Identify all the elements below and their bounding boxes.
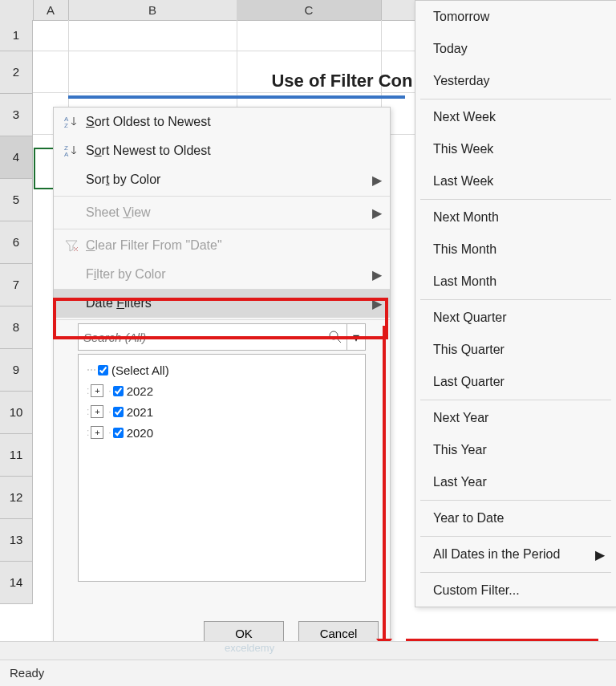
search-box[interactable]: ▾ [78, 323, 366, 351]
submenu-next-year[interactable]: Next Year [415, 402, 616, 434]
date-filters-submenu: Tomorrow Today Yesterday Next Week This … [415, 0, 616, 607]
filter-tree[interactable]: ⋯(Select All) :+·2022 :+·2021 :+·2020 [78, 354, 366, 582]
filter-dropdown-panel: AZ Sort Oldest to Newest ZA Sort Newest … [53, 107, 391, 654]
row-10[interactable]: 10 [0, 392, 33, 434]
row-7[interactable]: 7 [0, 264, 33, 306]
expand-icon[interactable]: + [91, 384, 103, 397]
sort-desc-icon: ZA [62, 144, 81, 158]
col-C[interactable]: C [237, 0, 382, 20]
submenu-custom-filter[interactable]: Custom Filter... [415, 574, 616, 607]
select-all-corner[interactable] [0, 0, 34, 20]
clear-filter: Clear Filter From "Date" [54, 231, 390, 260]
row-header-col: 1 2 3 4 5 6 7 8 9 10 11 12 13 14 [0, 20, 33, 604]
clear-filter-icon [62, 238, 81, 253]
svg-text:Z: Z [64, 122, 68, 129]
date-filters[interactable]: Date Filters ▶ [54, 289, 390, 318]
chevron-right-icon: ▶ [372, 173, 382, 188]
submenu-last-week[interactable]: Last Week [415, 165, 616, 197]
row-1[interactable]: 1 [0, 20, 33, 51]
date-filters-label: Date Filters [86, 296, 372, 311]
submenu-last-year[interactable]: Last Year [415, 466, 616, 498]
submenu-next-quarter[interactable]: Next Quarter [415, 302, 616, 334]
chevron-right-icon: ▶ [372, 205, 382, 221]
excel-grid: A B C 1 2 3 4 5 6 7 8 9 10 11 12 13 14 U… [0, 0, 616, 686]
expand-icon[interactable]: + [91, 405, 103, 418]
title-underline [68, 95, 405, 99]
tree-year-2021[interactable]: :+·2021 [85, 401, 359, 422]
row-2[interactable]: 2 [0, 51, 33, 94]
status-bar: Ready [0, 660, 616, 686]
year-label: 2022 [127, 384, 153, 398]
row-12[interactable]: 12 [0, 477, 33, 519]
row-13[interactable]: 13 [0, 519, 33, 562]
select-all-label: (Select All) [111, 363, 169, 377]
search-input[interactable] [79, 324, 324, 350]
col-A[interactable]: A [33, 0, 69, 20]
svg-text:A: A [64, 151, 69, 158]
submenu-next-month[interactable]: Next Month [415, 201, 616, 233]
search-dropdown-icon[interactable]: ▾ [346, 324, 365, 350]
row-14[interactable]: 14 [0, 562, 33, 604]
submenu-last-quarter[interactable]: Last Quarter [415, 366, 616, 398]
status-text: Ready [10, 666, 44, 680]
horizontal-scrollbar[interactable] [0, 641, 616, 660]
tree-year-2022[interactable]: :+·2022 [85, 380, 359, 401]
tree-select-all[interactable]: ⋯(Select All) [85, 359, 359, 380]
sort-oldest-label: Sort Oldest to Newest [86, 115, 382, 129]
submenu-this-week[interactable]: This Week [415, 133, 616, 165]
submenu-tomorrow[interactable]: Tomorrow [415, 1, 616, 33]
svg-point-4 [330, 331, 338, 339]
search-icon[interactable] [324, 324, 346, 350]
row-6[interactable]: 6 [0, 221, 33, 264]
sheet-view-label: Sheet View [86, 205, 372, 220]
chevron-right-icon: ▶ [595, 547, 605, 562]
submenu-this-month[interactable]: This Month [415, 233, 616, 266]
submenu-all-dates-period[interactable]: All Dates in the Period▶ [415, 538, 616, 570]
sort-color-label: Sort by Color [86, 173, 372, 187]
submenu-next-week[interactable]: Next Week [415, 101, 616, 133]
row-3[interactable]: 3 [0, 94, 33, 136]
row-5[interactable]: 5 [0, 179, 33, 221]
sort-newest-label: Sort Newest to Oldest [86, 144, 382, 158]
clear-filter-label: Clear Filter From "Date" [86, 238, 382, 253]
row-11[interactable]: 11 [0, 434, 33, 477]
sort-asc-icon: AZ [62, 115, 81, 129]
select-all-checkbox[interactable] [98, 365, 108, 375]
row-8[interactable]: 8 [0, 306, 33, 349]
submenu-this-quarter[interactable]: This Quarter [415, 334, 616, 366]
submenu-last-month[interactable]: Last Month [415, 266, 616, 298]
row-9[interactable]: 9 [0, 349, 33, 392]
year-checkbox[interactable] [113, 386, 124, 396]
annotation-arrow [383, 326, 386, 647]
year-label: 2020 [127, 426, 153, 440]
expand-icon[interactable]: + [91, 426, 103, 439]
sort-by-color[interactable]: Sort by Color ▶ [54, 165, 390, 194]
filter-color-label: Filter by Color [86, 267, 372, 282]
filter-by-color: Filter by Color ▶ [54, 260, 390, 289]
chevron-right-icon: ▶ [372, 267, 382, 282]
sheet-view: Sheet View ▶ [54, 198, 390, 227]
submenu-this-year[interactable]: This Year [415, 434, 616, 466]
sort-oldest-newest[interactable]: AZ Sort Oldest to Newest [54, 108, 390, 136]
col-B[interactable]: B [68, 0, 237, 20]
submenu-yesterday[interactable]: Yesterday [415, 65, 616, 97]
tree-year-2020[interactable]: :+·2020 [85, 422, 359, 443]
year-checkbox[interactable] [113, 428, 124, 438]
chevron-right-icon: ▶ [372, 296, 382, 311]
year-checkbox[interactable] [113, 407, 124, 417]
sort-newest-oldest[interactable]: ZA Sort Newest to Oldest [54, 136, 390, 165]
submenu-year-to-date[interactable]: Year to Date [415, 502, 616, 534]
row-4[interactable]: 4 [0, 136, 33, 179]
year-label: 2021 [127, 405, 153, 419]
submenu-today[interactable]: Today [415, 33, 616, 65]
